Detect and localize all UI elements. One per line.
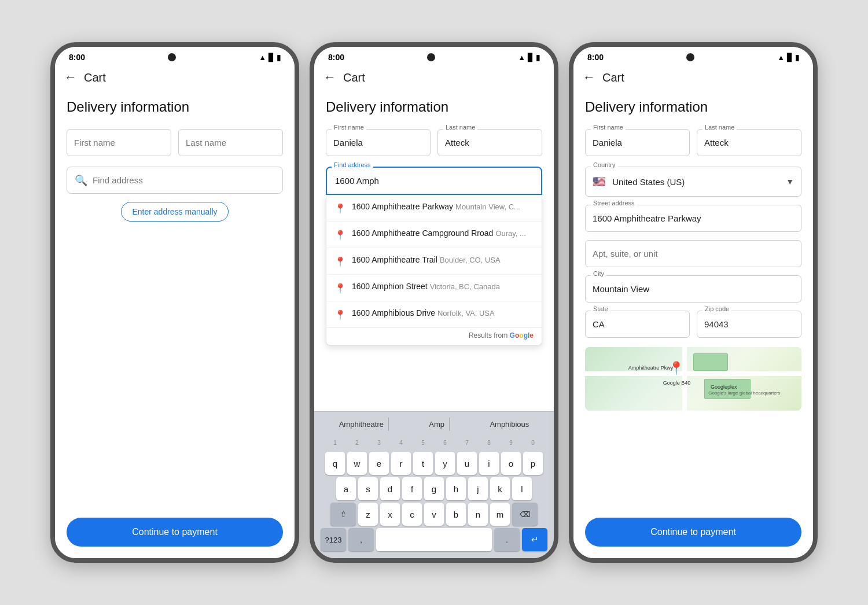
key-p[interactable]: p: [523, 452, 543, 475]
camera-dot-2: [427, 53, 435, 61]
key-e[interactable]: e: [369, 452, 389, 475]
key-123[interactable]: ?123: [321, 528, 346, 551]
pin-icon-1: 📍: [334, 230, 346, 241]
map-road-vertical: [682, 347, 687, 411]
suggestion-2[interactable]: Amphibious: [485, 418, 534, 431]
apt-input[interactable]: [585, 240, 801, 267]
battery-icon: ▮: [277, 53, 281, 62]
apt-container: [585, 240, 801, 267]
zip-input[interactable]: [697, 311, 801, 338]
dropdown-main-0: 1600 Amphitheatre Parkway: [352, 202, 453, 211]
manual-entry-button-1[interactable]: Enter address manually: [121, 202, 228, 222]
key-j[interactable]: j: [468, 477, 488, 500]
dropdown-item-1[interactable]: 📍 1600 Amphitheatre Campground RroadOura…: [326, 222, 542, 248]
name-row-2: First name Last name: [326, 129, 542, 156]
state-input[interactable]: [585, 311, 690, 338]
country-value: United States (US): [612, 177, 685, 187]
map-preview: Amphitheatre Pkwy Google B40 Googleplex …: [585, 347, 801, 411]
key-u[interactable]: u: [457, 452, 477, 475]
back-button-1[interactable]: ←: [64, 70, 77, 85]
key-d[interactable]: d: [380, 477, 400, 500]
key-k[interactable]: k: [490, 477, 510, 500]
suggestions-bar: Amphitheatre Amp Amphibious: [317, 415, 551, 436]
wifi-icon-2: ▲: [518, 53, 525, 62]
city-input[interactable]: [585, 275, 801, 302]
street-input[interactable]: [585, 205, 801, 232]
battery-icon-2: ▮: [536, 53, 540, 62]
key-g[interactable]: g: [424, 477, 444, 500]
back-button-2[interactable]: ←: [323, 70, 336, 85]
kb-row-2: a s d f g h j k l: [317, 477, 551, 500]
find-address-input-2[interactable]: [326, 167, 542, 195]
key-s[interactable]: s: [358, 477, 378, 500]
num-3: 3: [369, 436, 389, 449]
key-a[interactable]: a: [336, 477, 356, 500]
suggestion-1[interactable]: Amp: [424, 418, 450, 431]
last-name-input-3[interactable]: [697, 129, 801, 156]
status-time-1: 8:00: [69, 53, 85, 62]
first-name-input-1[interactable]: [67, 129, 171, 156]
battery-icon-3: ▮: [795, 53, 799, 62]
suggestion-0[interactable]: Amphitheatre: [334, 418, 389, 431]
key-c[interactable]: c: [402, 503, 422, 526]
key-comma[interactable]: ,: [348, 528, 374, 551]
num-7: 7: [457, 436, 477, 449]
num-4: 4: [391, 436, 411, 449]
phone-2: 8:00 ▲ ▊ ▮ ← Cart Delivery information F…: [310, 42, 558, 563]
first-name-input-2[interactable]: [326, 129, 431, 156]
key-f[interactable]: f: [402, 477, 422, 500]
last-name-input-2[interactable]: [437, 129, 542, 156]
dropdown-item-2[interactable]: 📍 1600 Amphitheatre TrailBoulder, CO, US…: [326, 248, 542, 275]
city-container: City: [585, 275, 801, 302]
screen-content-1: Delivery information 🔍 Enter address man…: [55, 90, 295, 511]
state-zip-row: State Zip code: [585, 311, 801, 338]
nav-title-1: Cart: [84, 71, 106, 84]
results-from-label: Results from: [469, 331, 510, 340]
last-name-container-2: Last name: [437, 129, 542, 156]
first-name-input-3[interactable]: [585, 129, 690, 156]
find-address-container-1: 🔍: [67, 167, 283, 194]
camera-dot-1: [168, 53, 176, 61]
zip-container: Zip code: [697, 311, 801, 338]
country-select[interactable]: 🇺🇸 United States (US) ▼: [585, 167, 801, 197]
key-v[interactable]: v: [424, 503, 444, 526]
last-name-label-3: Last name: [703, 124, 737, 131]
key-period[interactable]: .: [494, 528, 520, 551]
pin-icon-2: 📍: [334, 256, 346, 267]
number-row: 1 2 3 4 5 6 7 8 9 0: [317, 436, 551, 449]
key-space[interactable]: [376, 528, 492, 551]
key-b[interactable]: b: [446, 503, 466, 526]
screen-content-3: Delivery information First name Last nam…: [573, 90, 813, 511]
nav-title-2: Cart: [343, 71, 365, 84]
dropdown-item-3[interactable]: 📍 1600 Amphion StreetVictoria, BC, Canad…: [326, 275, 542, 301]
key-delete[interactable]: ⌫: [512, 503, 538, 526]
key-o[interactable]: o: [501, 452, 521, 475]
keyboard-area: Amphitheatre Amp Amphibious 1 2 3 4 5 6 …: [314, 411, 554, 558]
key-enter[interactable]: ↵: [522, 528, 547, 551]
continue-button-1[interactable]: Continue to payment: [67, 518, 283, 547]
key-h[interactable]: h: [446, 477, 466, 500]
last-name-input-1[interactable]: [178, 129, 283, 156]
key-w[interactable]: w: [347, 452, 367, 475]
key-shift[interactable]: ⇧: [330, 503, 356, 526]
key-z[interactable]: z: [358, 503, 378, 526]
find-address-input-1[interactable]: [67, 167, 283, 194]
key-t[interactable]: t: [413, 452, 433, 475]
key-i[interactable]: i: [479, 452, 499, 475]
key-m[interactable]: m: [490, 503, 510, 526]
last-name-container-3: Last name: [697, 129, 801, 156]
top-nav-2: ← Cart: [314, 64, 554, 90]
dropdown-item-0[interactable]: 📍 1600 Amphitheatre ParkwayMountain View…: [326, 195, 542, 222]
dropdown-item-4[interactable]: 📍 1600 Amphibious DriveNorfolk, VA, USA: [326, 301, 542, 328]
map-googleplex-desc: Google's large global headquarters: [708, 390, 780, 396]
back-button-3[interactable]: ←: [583, 70, 595, 85]
num-2: 2: [347, 436, 367, 449]
continue-button-3[interactable]: Continue to payment: [585, 518, 801, 547]
key-n[interactable]: n: [468, 503, 488, 526]
key-x[interactable]: x: [380, 503, 400, 526]
key-l[interactable]: l: [512, 477, 532, 500]
key-y[interactable]: y: [435, 452, 455, 475]
key-r[interactable]: r: [391, 452, 411, 475]
bottom-section-3: Continue to payment: [573, 511, 813, 558]
key-q[interactable]: q: [325, 452, 345, 475]
